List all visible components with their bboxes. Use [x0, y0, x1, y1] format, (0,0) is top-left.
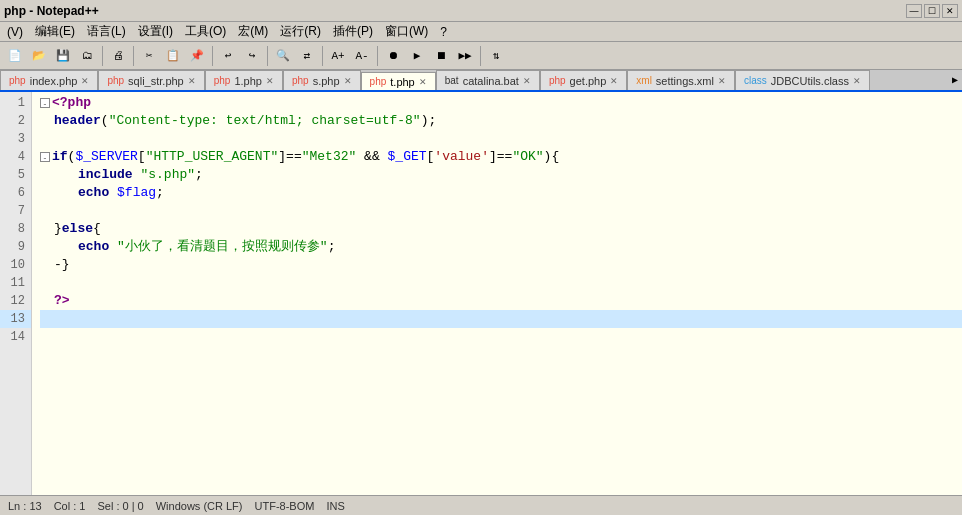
menu-run[interactable]: 运行(R)	[277, 23, 324, 40]
tab-index[interactable]: php index.php ✕	[0, 70, 98, 90]
line-num-4: 4	[0, 148, 31, 166]
copy-button[interactable]: 📋	[162, 45, 184, 67]
echo-kw-9: echo	[78, 238, 109, 256]
tab-label-s: s.php	[313, 75, 340, 87]
code-line-5: include "s.php";	[40, 166, 962, 184]
code-line-11	[40, 274, 962, 292]
tab-close-catalina[interactable]: ✕	[523, 76, 531, 86]
tab-catalina[interactable]: bat catalina.bat ✕	[436, 70, 540, 90]
tab-get[interactable]: php get.php ✕	[540, 70, 627, 90]
tab-icon-t: php	[370, 76, 387, 87]
menu-plugins[interactable]: 插件(P)	[330, 23, 376, 40]
find-button[interactable]: 🔍	[272, 45, 294, 67]
line-num-14: 14	[0, 328, 31, 346]
met32-str: "Met32"	[302, 148, 357, 166]
code-editor[interactable]: -<?php header("Content-type: text/html; …	[32, 92, 962, 515]
code-line-6: echo $flag;	[40, 184, 962, 202]
tab-close-get[interactable]: ✕	[610, 76, 618, 86]
tab-icon-catalina: bat	[445, 75, 459, 86]
line-num-5: 5	[0, 166, 31, 184]
code-line-2: header("Content-type: text/html; charset…	[40, 112, 962, 130]
tab-label-t: t.php	[390, 76, 414, 88]
cut-button[interactable]: ✂	[138, 45, 160, 67]
tab-close-s[interactable]: ✕	[344, 76, 352, 86]
menu-macro[interactable]: 宏(M)	[235, 23, 271, 40]
undo-button[interactable]: ↩	[217, 45, 239, 67]
code-line-14	[40, 328, 962, 346]
semi-9: ;	[328, 238, 336, 256]
bracket-open: [	[138, 148, 146, 166]
new-button[interactable]: 📄	[4, 45, 26, 67]
tab-close-t[interactable]: ✕	[419, 77, 427, 87]
tab-close-index[interactable]: ✕	[81, 76, 89, 86]
menu-v[interactable]: (V)	[4, 25, 26, 39]
line-num-6: 6	[0, 184, 31, 202]
stop-macro-button[interactable]: ⏹	[430, 45, 452, 67]
macro-button[interactable]: ⏺	[382, 45, 404, 67]
tab-s[interactable]: php s.php ✕	[283, 70, 361, 90]
tab-close-jdbc[interactable]: ✕	[853, 76, 861, 86]
flag-var: $flag	[117, 184, 156, 202]
space-5	[133, 166, 141, 184]
sync-button[interactable]: ⇅	[485, 45, 507, 67]
run-macro-button[interactable]: ▶	[406, 45, 428, 67]
close-brace-10: -}	[54, 256, 70, 274]
echo-kw: echo	[78, 184, 109, 202]
tab-1[interactable]: php 1.php ✕	[205, 70, 283, 90]
fold-4[interactable]: -	[40, 152, 50, 162]
zoom-out-button[interactable]: A-	[351, 45, 373, 67]
php-close-tag: ?>	[54, 292, 70, 310]
line-num-9: 9	[0, 238, 31, 256]
paste-button[interactable]: 📌	[186, 45, 208, 67]
tab-icon-get: php	[549, 75, 566, 86]
tab-label-index: index.php	[30, 75, 78, 87]
fold-1[interactable]: -	[40, 98, 50, 108]
menu-settings[interactable]: 设置(I)	[135, 23, 176, 40]
menu-help[interactable]: ?	[437, 25, 450, 39]
tab-settings[interactable]: xml settings.xml ✕	[627, 70, 735, 90]
save-button[interactable]: 💾	[52, 45, 74, 67]
zoom-in-button[interactable]: A+	[327, 45, 349, 67]
run-macro-times-button[interactable]: ▶▶	[454, 45, 476, 67]
tab-t[interactable]: php t.php ✕	[361, 72, 436, 92]
tab-label-jdbc: JDBCUtils.class	[771, 75, 849, 87]
value-key: 'value'	[434, 148, 489, 166]
status-sel: Sel : 0 | 0	[97, 500, 143, 512]
line-num-13: 13	[0, 310, 31, 328]
status-bar: Ln : 13 Col : 1 Sel : 0 | 0 Windows (CR …	[0, 495, 962, 515]
menu-tools[interactable]: 工具(O)	[182, 23, 229, 40]
close-button[interactable]: ✕	[942, 4, 958, 18]
eq-op2: ==	[497, 148, 513, 166]
space-6	[109, 184, 117, 202]
menu-bar: (V) 编辑(E) 语言(L) 设置(I) 工具(O) 宏(M) 运行(R) 插…	[0, 22, 962, 42]
tab-icon-settings: xml	[636, 75, 652, 86]
tabs-scroll-arrow[interactable]: ▶	[948, 74, 962, 86]
menu-edit[interactable]: 编辑(E)	[32, 23, 78, 40]
print-button[interactable]: 🖨	[107, 45, 129, 67]
open-button[interactable]: 📂	[28, 45, 50, 67]
menu-window[interactable]: 窗口(W)	[382, 23, 431, 40]
code-line-9: echo "小伙了，看清题目，按照规则传参";	[40, 238, 962, 256]
maximize-button[interactable]: ☐	[924, 4, 940, 18]
tab-close-settings[interactable]: ✕	[718, 76, 726, 86]
minimize-button[interactable]: —	[906, 4, 922, 18]
tab-sqli[interactable]: php sqli_str.php ✕	[98, 70, 204, 90]
replace-button[interactable]: ⇄	[296, 45, 318, 67]
space-9	[109, 238, 117, 256]
save-all-button[interactable]: 🗂	[76, 45, 98, 67]
open-brace-8: {	[93, 220, 101, 238]
tab-close-sqli[interactable]: ✕	[188, 76, 196, 86]
line-num-12: 12	[0, 292, 31, 310]
tab-icon-sqli: php	[107, 75, 124, 86]
code-line-7	[40, 202, 962, 220]
tabs-bar: php index.php ✕ php sqli_str.php ✕ php 1…	[0, 70, 962, 92]
window-controls[interactable]: — ☐ ✕	[906, 4, 958, 18]
semi-5: ;	[195, 166, 203, 184]
tab-label-catalina: catalina.bat	[463, 75, 519, 87]
tab-jdbc[interactable]: class JDBCUtils.class ✕	[735, 70, 870, 90]
bracket2-open: [	[427, 148, 435, 166]
tab-close-1[interactable]: ✕	[266, 76, 274, 86]
menu-language[interactable]: 语言(L)	[84, 23, 129, 40]
tab-icon-1: php	[214, 75, 231, 86]
redo-button[interactable]: ↪	[241, 45, 263, 67]
